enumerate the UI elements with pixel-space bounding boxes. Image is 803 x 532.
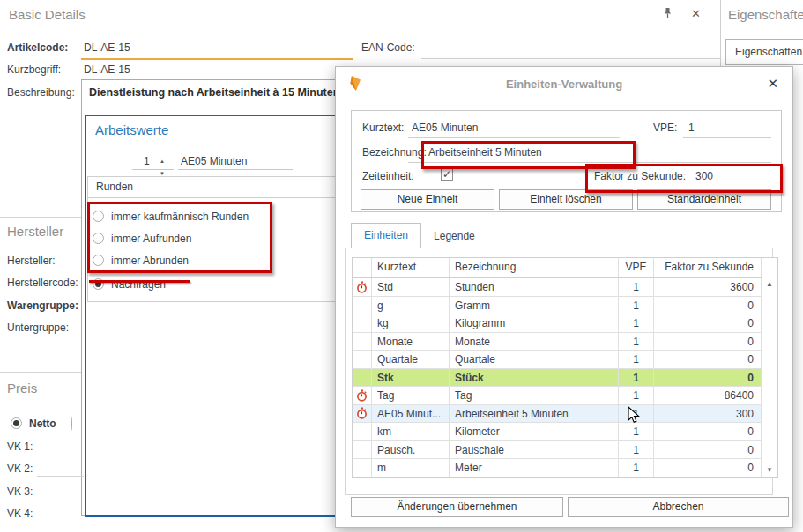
vk-input[interactable] — [37, 454, 84, 454]
stepper-up-icon[interactable]: ▲ — [160, 159, 165, 164]
tab-content: KurztextBezeichnungVPEFaktor zu Sekunde … — [345, 248, 773, 495]
tab-eigenschaften[interactable]: Eigenschaften — [725, 39, 803, 65]
radio-option-4[interactable]: Nachfragen — [93, 273, 286, 295]
tab-einheiten[interactable]: Einheiten — [351, 223, 421, 248]
table-row[interactable]: AE05 Minut...Arbeitseinheit 5 Minuten130… — [353, 405, 777, 424]
aenderungen-uebernehmen-button[interactable]: Änderungen übernehmen — [351, 497, 563, 517]
table-row[interactable]: StdStunden13600 — [353, 278, 777, 297]
cell-faktor: 0 — [654, 297, 762, 314]
cell-faktor: 0 — [654, 441, 762, 459]
table-row[interactable]: mMeter10 — [353, 459, 777, 477]
table-row[interactable]: TagTag186400 — [353, 387, 777, 405]
hersteller-field-label: Untergruppe: — [7, 321, 69, 334]
kurzbegriff-input[interactable]: DL-AE-15 — [84, 63, 130, 76]
dialog-title: Einheiten-Verwaltung — [336, 78, 792, 91]
faktor-value: 300 — [695, 170, 713, 182]
artikelcode-input[interactable]: DL-AE-15 — [84, 41, 130, 54]
brutto-radio-circle[interactable] — [71, 417, 72, 431]
basic-details-title: Basic Details — [9, 7, 86, 22]
vk-label: VK 4: — [7, 507, 33, 520]
icon-cell-empty — [353, 297, 372, 314]
dialog-close-icon[interactable]: ✕ — [767, 76, 778, 92]
zeiteinheit-checkbox[interactable]: ✓ — [441, 168, 453, 181]
radio-circle[interactable] — [93, 255, 104, 266]
cell-vpe: 1 — [619, 297, 654, 314]
table-row[interactable]: kmKilometer10 — [353, 423, 777, 441]
cell-vpe: 1 — [619, 387, 654, 404]
tab-legende[interactable]: Legende — [421, 225, 487, 248]
table-row[interactable]: MonateMonate10 — [353, 333, 777, 351]
cell-bezeichnung: Stück — [450, 369, 619, 387]
eigenschaften-title: Eigenschaften — [728, 7, 803, 22]
cell-bezeichnung: Kilogramm — [450, 314, 619, 332]
vk-input[interactable] — [37, 476, 84, 477]
bezeichnung-input[interactable]: Arbeitseinheit 5 Minuten — [428, 146, 542, 159]
scroll-up-icon[interactable]: ▲ — [762, 280, 777, 288]
quantity-value[interactable]: 1 — [144, 155, 150, 167]
einheiten-dialog: Einheiten-Verwaltung ✕ Kurztext: AE05 Mi… — [335, 66, 793, 528]
icon-cell-empty — [353, 351, 372, 368]
quantity-stepper[interactable]: ▲ ▼ — [160, 153, 165, 178]
cell-bezeichnung: Arbeitseinheit 5 Minuten — [450, 405, 619, 423]
neue-einheit-button[interactable]: Neue Einheit — [361, 189, 494, 210]
cell-vpe: 1 — [619, 423, 654, 440]
cell-kurztext: Monate — [372, 333, 450, 351]
kurztext-underline — [408, 137, 620, 138]
bezeichnung-underline — [408, 162, 771, 163]
hersteller-divider — [0, 217, 81, 218]
bezeichnung-label: Bezeichnung: — [362, 146, 427, 159]
cell-vpe: 1 — [619, 405, 654, 423]
radio-option-3[interactable]: immer Abrunden — [93, 249, 286, 271]
table-row[interactable]: StkStück10 — [353, 369, 777, 388]
vpe-input[interactable]: 1 — [688, 122, 695, 134]
ean-label: EAN-Code: — [361, 41, 415, 54]
einheit-loeschen-button[interactable]: Einheit löschen — [499, 189, 633, 210]
ean-input[interactable] — [421, 58, 720, 59]
netto-radio[interactable]: Netto — [11, 412, 56, 434]
standardeinheit-button[interactable]: Standardeinheit — [637, 189, 771, 210]
cell-bezeichnung: Stunden — [450, 278, 619, 296]
beschreibung-text[interactable]: Dienstleistung nach Arbeitseinheit à 15 … — [89, 86, 339, 99]
strikethrough-annotation — [89, 280, 190, 283]
table-row[interactable]: Pausch.Pauschale10 — [353, 441, 777, 460]
table-scrollbar[interactable]: ▲ ▼ — [762, 277, 777, 477]
zeiteinheit-label: Zeiteinheit: — [362, 170, 414, 182]
cell-faktor: 0 — [654, 369, 762, 387]
cell-kurztext: Quartale — [372, 351, 450, 368]
hersteller-field-label: Hersteller: — [7, 255, 56, 267]
table-row[interactable]: gGramm10 — [353, 297, 777, 315]
radio-circle[interactable] — [93, 211, 104, 222]
table-row[interactable]: kgKilogramm10 — [353, 314, 777, 333]
dialog-tabs: EinheitenLegende — [351, 223, 487, 248]
kurztext-input[interactable]: AE05 Minuten — [412, 122, 478, 134]
hersteller-field-label: Herstellercode: — [7, 277, 78, 289]
netto-radio-circle[interactable] — [11, 417, 22, 429]
scroll-down-icon[interactable]: ▼ — [762, 466, 777, 474]
icon-cell-empty — [353, 333, 372, 351]
pin-icon[interactable] — [663, 7, 673, 22]
cell-vpe: 1 — [619, 351, 654, 368]
cell-kurztext: Std — [372, 278, 450, 296]
vk-input[interactable] — [37, 521, 84, 521]
vk-input[interactable] — [37, 499, 84, 499]
hersteller-field-label: Warengruppe: — [7, 299, 78, 312]
app-window: Basic Details ✕ Artikelcode: DL-AE-15 EA… — [0, 0, 803, 532]
cell-kurztext: g — [372, 297, 450, 314]
radio-option-2[interactable]: immer Aufrunden — [93, 227, 286, 249]
cell-faktor: 0 — [654, 423, 762, 440]
cell-faktor: 3600 — [654, 278, 762, 296]
column-header: VPE — [619, 258, 654, 277]
cell-kurztext: AE05 Minut... — [372, 405, 450, 423]
radio-circle[interactable] — [93, 233, 104, 244]
units-table-rows: StdStunden13600gGramm10kgKilogramm10Mona… — [353, 278, 777, 477]
basic-details-close-icon[interactable]: ✕ — [691, 7, 701, 20]
cell-faktor: 0 — [654, 459, 762, 477]
cell-kurztext: kg — [372, 314, 450, 332]
cell-kurztext: Pausch. — [372, 441, 450, 459]
radio-option-1[interactable]: immer kaufmännisch Runden — [93, 205, 286, 227]
table-row[interactable]: QuartaleQuartale10 — [353, 351, 777, 369]
unit-select[interactable]: AE05 Minuten — [181, 155, 247, 167]
abbrechen-button[interactable]: Abbrechen — [568, 497, 789, 517]
cell-bezeichnung: Meter — [450, 459, 619, 477]
cell-bezeichnung: Kilometer — [450, 423, 619, 440]
